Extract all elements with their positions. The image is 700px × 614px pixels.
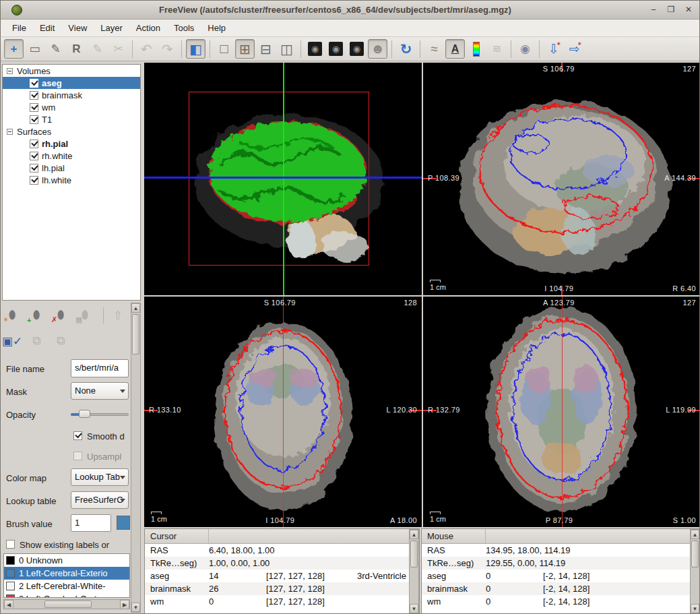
- scrollbar-thumb[interactable]: [44, 601, 92, 608]
- pointset-edit-tool-icon[interactable]: ✎: [88, 39, 107, 59]
- goto-point-icon[interactable]: ⇨✶: [565, 39, 584, 59]
- collapse-icon[interactable]: [7, 68, 13, 74]
- menu-action[interactable]: Action: [130, 21, 166, 35]
- collapse-icon[interactable]: [7, 129, 13, 135]
- checkbox-icon[interactable]: [30, 91, 38, 100]
- label-list-item[interactable]: 0 Unknown: [4, 554, 129, 567]
- tree-item-wm[interactable]: wm: [3, 101, 140, 113]
- voxel-edit-tool-icon[interactable]: ✎: [46, 39, 65, 59]
- roi-edit-tool-icon[interactable]: R: [67, 39, 86, 59]
- menu-edit[interactable]: Edit: [34, 21, 61, 35]
- viewport-axial[interactable]: A 123.79 127 R 132.79 L 119.99 P 87.79 S…: [423, 297, 700, 527]
- measure-tool-icon[interactable]: ▭: [25, 39, 44, 59]
- checkbox-icon[interactable]: [30, 79, 38, 88]
- label-list-item[interactable]: 2 Left-Cerebral-White-: [4, 580, 129, 592]
- reset-view-icon[interactable]: ↻: [396, 39, 416, 59]
- crosshair-vertical-3d: [283, 63, 284, 295]
- close-button[interactable]: ✕: [683, 5, 694, 16]
- slider-handle[interactable]: [79, 410, 90, 418]
- checkbox-icon[interactable]: [30, 103, 38, 112]
- viewport-sagittal[interactable]: S 106.79 127 P 108.39 A 144.39 I 104.79 …: [423, 63, 700, 295]
- scroll-right-icon[interactable]: ▶: [120, 600, 129, 609]
- scrollbar-thumb[interactable]: [410, 541, 418, 567]
- menu-layer[interactable]: Layer: [94, 21, 129, 35]
- checkbox-icon[interactable]: [30, 176, 38, 185]
- menu-view[interactable]: View: [62, 21, 93, 35]
- scroll-down-icon[interactable]: ▼: [410, 604, 418, 613]
- annotation-toggle-icon[interactable]: A: [445, 39, 465, 59]
- layout-1x1-icon[interactable]: □: [214, 39, 234, 59]
- viewport-coronal[interactable]: S 106.79 128 R 133.10 L 120.30 I 104.79 …: [144, 297, 422, 527]
- move-layer-up-icon[interactable]: ⇧: [108, 305, 128, 326]
- scroll-up-icon[interactable]: ▲: [691, 530, 699, 539]
- new-volume-icon[interactable]: ⬮+: [26, 305, 46, 326]
- upsample-checkbox[interactable]: [73, 452, 82, 460]
- brush-color-swatch[interactable]: [117, 516, 130, 530]
- layout-1and3-side-icon[interactable]: ◫: [277, 39, 296, 59]
- tree-item-lh-pial[interactable]: lh.pial: [3, 162, 140, 174]
- scroll-down-icon[interactable]: ▼: [131, 603, 140, 612]
- show-labels-checkbox[interactable]: [6, 540, 15, 549]
- menu-help[interactable]: Help: [201, 21, 232, 35]
- panel-scrollbar[interactable]: ▲ ▼: [131, 303, 141, 613]
- undo-icon[interactable]: ↶: [137, 39, 156, 59]
- tree-item-aseg[interactable]: aseg: [3, 77, 140, 89]
- copy-settings-icon[interactable]: ⧉: [26, 331, 46, 351]
- title-bar: FreeView (/autofs/cluster/freesurfer/cen…: [1, 1, 700, 20]
- control-panel-toggle-icon[interactable]: ◧: [186, 39, 205, 59]
- maximize-button[interactable]: ❐: [666, 5, 676, 16]
- checkbox-icon[interactable]: [30, 140, 38, 148]
- layout-1and3-icon[interactable]: ⊟: [256, 39, 276, 59]
- viewport-3d[interactable]: [144, 63, 422, 295]
- color-map-combo[interactable]: Lookup Tab: [71, 468, 129, 486]
- scroll-up-icon[interactable]: ▲: [131, 303, 140, 313]
- redo-icon[interactable]: ↷: [158, 39, 177, 59]
- label-list-item-selected[interactable]: 1 Left-Cerebral-Exterio: [4, 567, 129, 580]
- check-all-icon[interactable]: ▣✓: [2, 331, 22, 351]
- scroll-left-icon[interactable]: ◀: [4, 600, 13, 609]
- scrollbar-thumb[interactable]: [691, 541, 699, 567]
- time-course-icon[interactable]: ≋: [487, 39, 507, 59]
- brush-value-input[interactable]: 1: [71, 514, 111, 532]
- smooth-checkbox[interactable]: [73, 431, 82, 440]
- tree-item-brainmask[interactable]: brainmask: [3, 89, 140, 101]
- load-volume-icon[interactable]: ⬮✶: [2, 305, 22, 326]
- mouse-panel-scrollbar[interactable]: ▲ ▼: [690, 529, 700, 614]
- tree-item-rh-white[interactable]: rh.white: [3, 150, 140, 162]
- scroll-down-icon[interactable]: ▼: [691, 604, 699, 613]
- lookup-table-combo[interactable]: FreeSurferC: [71, 491, 129, 509]
- tree-group-surfaces[interactable]: Surfaces: [3, 125, 140, 137]
- tree-item-t1[interactable]: T1: [3, 113, 140, 125]
- minimize-button[interactable]: –: [648, 5, 659, 16]
- tree-group-volumes[interactable]: Volumes: [3, 65, 140, 77]
- screenshot-icon[interactable]: ◉: [515, 39, 535, 59]
- save-point-set-icon[interactable]: ⇩✶: [544, 39, 563, 59]
- label-list-item[interactable]: 3 Left-Cerebral-Cortex: [4, 592, 129, 598]
- color-scale-toggle-icon[interactable]: [466, 39, 486, 59]
- scroll-up-icon[interactable]: ▲: [410, 530, 418, 539]
- surface-toggle-icon[interactable]: ≈: [424, 39, 444, 59]
- coronal-view-icon[interactable]: ◉: [326, 39, 346, 59]
- scrollbar-thumb[interactable]: [132, 314, 139, 355]
- checkbox-icon[interactable]: [30, 152, 38, 160]
- tree-item-lh-white[interactable]: lh.white: [3, 174, 140, 186]
- paste-settings-icon[interactable]: ⧉: [51, 331, 71, 351]
- label-list-hscrollbar[interactable]: ◀ ▶: [3, 599, 130, 609]
- axial-view-icon[interactable]: ◉: [347, 39, 367, 59]
- mask-combo[interactable]: None: [71, 382, 129, 400]
- layout-2x2-icon[interactable]: ⊞: [235, 39, 255, 59]
- close-volume-icon[interactable]: ⬮✗: [51, 305, 71, 326]
- opacity-slider[interactable]: [71, 408, 129, 420]
- tree-item-rh-pial[interactable]: rh.pial: [3, 137, 140, 150]
- checkbox-icon[interactable]: [30, 115, 38, 124]
- file-name-input[interactable]: s/bert/mri/a: [71, 359, 129, 377]
- view-3d-icon[interactable]: ☻: [368, 39, 387, 59]
- menu-tools[interactable]: Tools: [168, 21, 200, 35]
- navigate-tool-icon[interactable]: +: [4, 39, 24, 59]
- menu-file[interactable]: File: [6, 21, 32, 35]
- checkbox-icon[interactable]: [30, 164, 38, 173]
- sagittal-view-icon[interactable]: ◉: [305, 39, 325, 59]
- cursor-panel-scrollbar[interactable]: ▲ ▼: [409, 529, 419, 614]
- path-tool-icon[interactable]: ✂: [108, 39, 128, 59]
- save-volume-icon[interactable]: ⬮▦: [75, 305, 95, 326]
